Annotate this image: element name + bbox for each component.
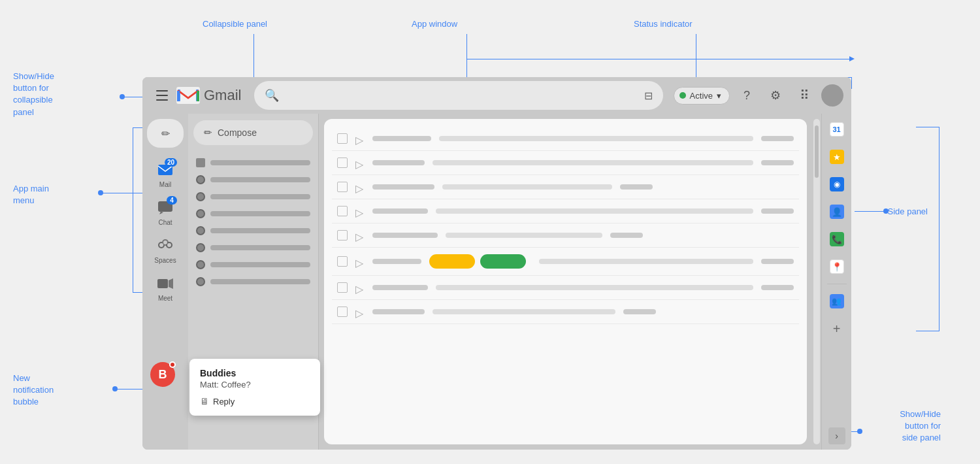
notification-title: Buddies	[200, 368, 310, 378]
main-content: ▷ ▷ ▷	[324, 119, 807, 444]
panel-row-5[interactable]	[188, 222, 318, 239]
side-panel-divider	[827, 284, 847, 284]
email-date-4	[761, 208, 794, 214]
email-star-5[interactable]: ▷	[355, 231, 365, 240]
email-checkbox-7[interactable]	[337, 282, 348, 293]
email-checkbox-3[interactable]	[337, 182, 348, 192]
email-subject-1	[439, 136, 753, 141]
panel-row-3[interactable]	[188, 188, 318, 205]
spaces-label: Spaces	[154, 257, 176, 264]
email-checkbox-1[interactable]	[337, 133, 348, 144]
search-bar[interactable]: 🔍 ⊟	[254, 81, 662, 110]
email-row-5[interactable]: ▷	[332, 224, 799, 248]
app-main-menu-annotation: App mainmenu	[13, 183, 49, 207]
email-checkbox-2[interactable]	[337, 157, 348, 168]
nav-item-mail[interactable]: 20 Mail	[142, 156, 188, 193]
panel-row-icon-4	[196, 209, 205, 218]
side-panel-directory[interactable]: 👥	[825, 290, 849, 313]
email-row-7[interactable]: ▷	[332, 276, 799, 300]
panel-row-7[interactable]	[188, 256, 318, 273]
show-hide-side-dot	[857, 429, 862, 434]
email-row-6[interactable]: ▷	[332, 248, 799, 276]
email-checkbox-6[interactable]	[337, 256, 348, 267]
settings-icon: ⚙	[770, 88, 781, 103]
status-indicator-annotation: Status indicator	[634, 18, 693, 30]
reply-label: Reply	[213, 397, 235, 406]
email-date-5	[610, 233, 643, 238]
user-avatar-top[interactable]	[821, 84, 843, 107]
email-subject-5	[446, 233, 602, 238]
side-panel-bracket-top	[928, 127, 939, 127]
panel-row-1[interactable]	[188, 154, 318, 171]
panel-row-6[interactable]	[188, 239, 318, 256]
panel-row-icon-6	[196, 243, 205, 252]
directory-icon: 👥	[830, 294, 844, 308]
nav-item-spaces[interactable]: Spaces	[142, 231, 188, 269]
email-subject-4	[436, 208, 753, 214]
email-star-3[interactable]: ▷	[355, 182, 365, 191]
panel-row-2[interactable]	[188, 171, 318, 188]
notification-dot	[112, 386, 118, 391]
panel-row-icon-5	[196, 226, 205, 235]
svg-marker-14	[169, 278, 173, 289]
email-star-7[interactable]: ▷	[355, 283, 365, 292]
nav-item-chat[interactable]: 4 Chat	[142, 193, 188, 231]
hamburger-button[interactable]	[150, 84, 174, 107]
chat-badge: 4	[167, 196, 177, 205]
panel-row-4[interactable]	[188, 205, 318, 222]
side-panel-contacts[interactable]: 👤	[825, 200, 849, 224]
notification-reply-button[interactable]: 🖥 Reply	[200, 396, 310, 406]
email-row-4[interactable]: ▷	[332, 199, 799, 224]
email-star-6[interactable]: ▷	[355, 257, 365, 266]
gmail-logo: Gmail	[176, 87, 241, 104]
email-checkbox-4[interactable]	[337, 206, 348, 216]
compose-button[interactable]: ✏	[147, 119, 184, 148]
grid-icon: ⠿	[800, 88, 809, 103]
scrollbar[interactable]	[813, 119, 820, 444]
email-checkbox-5[interactable]	[337, 230, 348, 240]
email-row-3[interactable]: ▷	[332, 175, 799, 199]
show-hide-side-button[interactable]: ›	[828, 427, 845, 444]
search-filter-icon[interactable]: ⊟	[644, 90, 653, 102]
nav-item-meet[interactable]: Meet	[142, 269, 188, 307]
email-row-1[interactable]: ▷	[332, 127, 799, 151]
email-star-2[interactable]: ▷	[355, 158, 365, 167]
maps-icon: 📍	[830, 259, 844, 274]
panel-row-icon	[196, 158, 205, 167]
app-window-line	[466, 34, 467, 77]
user-avatar-wrapper: B	[150, 362, 175, 387]
email-row-2[interactable]: ▷	[332, 151, 799, 175]
panel-row-icon-2	[196, 175, 205, 184]
email-checkbox-8[interactable]	[337, 307, 348, 317]
contacts-icon: 👤	[830, 205, 844, 219]
email-star-4[interactable]: ▷	[355, 207, 365, 216]
status-button[interactable]: Active ▾	[674, 87, 730, 105]
scrollbar-thumb[interactable]	[815, 125, 819, 178]
compose-wide-button[interactable]: ✏ Compose	[193, 120, 313, 145]
settings-button[interactable]: ⚙	[764, 84, 787, 107]
help-button[interactable]: ?	[735, 84, 759, 107]
show-hide-dot	[120, 94, 125, 99]
side-panel-phone[interactable]: 📞	[825, 227, 849, 251]
side-panel-maps[interactable]: 📍	[825, 255, 849, 278]
side-panel-add-button[interactable]: +	[825, 317, 849, 340]
top-bar: Gmail 🔍 ⊟ Active ▾ ? ⚙ ⠿	[142, 77, 851, 114]
side-panel-line	[855, 211, 887, 212]
side-panel-keep[interactable]: ◉	[825, 173, 849, 196]
help-icon: ?	[743, 89, 750, 103]
bracket-app-right	[851, 77, 852, 89]
side-panel-tasks[interactable]: ★	[825, 145, 849, 169]
email-star-1[interactable]: ▷	[355, 134, 365, 143]
email-row-8[interactable]: ▷	[332, 300, 799, 324]
spaces-icon	[156, 239, 174, 253]
panel-row-8[interactable]	[188, 273, 318, 290]
status-chevron: ▾	[717, 91, 721, 101]
side-panel-calendar[interactable]: 31	[825, 118, 849, 141]
calendar-icon: 31	[830, 122, 844, 137]
meet-icon	[157, 277, 174, 290]
mail-badge: 20	[165, 158, 177, 167]
email-star-8[interactable]: ▷	[355, 307, 365, 316]
panel-row-bar-6	[210, 245, 310, 250]
grid-button[interactable]: ⠿	[792, 84, 816, 107]
email-tags-row-6	[429, 254, 526, 269]
